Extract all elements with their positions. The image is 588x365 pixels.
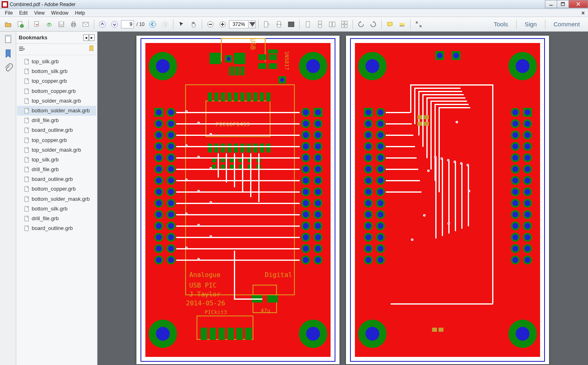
bookmark-item[interactable]: top_solder_mask.grb <box>17 96 96 106</box>
cloud-button[interactable] <box>43 19 55 30</box>
bookmark-item[interactable]: drill_file.grb <box>17 116 96 125</box>
bookmark-item[interactable]: drill_file.grb <box>17 165 96 174</box>
sticky-note-button[interactable] <box>384 19 396 30</box>
nav-forward-button[interactable] <box>159 19 171 30</box>
save-button[interactable] <box>31 19 43 30</box>
svg-rect-44 <box>25 79 28 84</box>
bookmark-item[interactable]: bottom_copper.grb <box>17 86 96 96</box>
svg-point-15 <box>99 21 106 28</box>
bookmark-item[interactable]: board_outline.grb <box>17 223 96 233</box>
minimize-button[interactable] <box>545 0 557 8</box>
bookmark-item[interactable]: bottom_silk.grb <box>17 204 96 214</box>
page-thumbnails-icon[interactable] <box>3 34 13 44</box>
bookmark-item[interactable]: bottom_solder_mask.grb <box>17 194 96 204</box>
bookmark-label: bottom_copper.grb <box>32 88 76 95</box>
scrolling-button[interactable] <box>314 19 326 30</box>
pdf-page-10 <box>346 36 549 364</box>
bookmarks-list[interactable]: top_silk.grbbottom_silk.grbtop_copper.gr… <box>16 55 97 365</box>
two-page-scrolling-button[interactable] <box>339 19 350 30</box>
menu-window[interactable]: Window <box>48 9 72 17</box>
create-pdf-button[interactable] <box>15 19 26 30</box>
page-number-input[interactable] <box>121 20 134 28</box>
full-screen-button[interactable] <box>285 19 297 30</box>
select-tool-button[interactable] <box>176 19 187 30</box>
sign-button[interactable]: Sign <box>519 19 543 29</box>
svg-rect-13 <box>72 25 75 27</box>
bookmarks-header: Bookmarks ◄ ► <box>16 32 97 44</box>
bookmarks-toolbar <box>16 44 97 55</box>
rotate-cw-button[interactable] <box>368 19 379 30</box>
bookmark-item[interactable]: board_outline.grb <box>17 125 96 135</box>
bookmarks-prev-button[interactable]: ◄ <box>83 34 89 41</box>
bookmark-item[interactable]: drill_file.grb <box>17 214 96 223</box>
svg-rect-40 <box>19 48 23 49</box>
fit-width-button[interactable] <box>273 19 285 30</box>
nav-back-button[interactable] <box>147 19 158 30</box>
bookmark-label: bottom_solder_mask.grb <box>32 195 90 203</box>
svg-rect-54 <box>25 177 28 182</box>
svg-rect-38 <box>5 35 11 37</box>
svg-point-17 <box>149 21 156 28</box>
document-viewport[interactable]: USB 1N5817 PIC16F1459 <box>97 32 588 365</box>
bookmarks-next-button[interactable]: ► <box>89 34 95 41</box>
next-page-button[interactable] <box>109 19 120 30</box>
attachments-icon[interactable] <box>3 63 13 73</box>
zoom-out-button[interactable] <box>205 19 216 30</box>
svg-rect-59 <box>25 226 28 231</box>
silk-digital: Digital <box>265 271 292 279</box>
bookmark-item[interactable]: top_solder_mask.grb <box>17 145 96 155</box>
close-button[interactable] <box>569 0 588 8</box>
bookmark-item[interactable]: bottom_silk.grb <box>17 67 96 76</box>
email-button[interactable] <box>80 19 91 30</box>
svg-rect-33 <box>345 21 347 24</box>
silk-author: J Taylor <box>189 290 220 298</box>
bookmark-item[interactable]: bottom_solder_mask.grb <box>17 106 96 116</box>
bookmark-item[interactable]: bottom_copper.grb <box>17 184 96 194</box>
highlight-button[interactable] <box>396 19 408 30</box>
comment-button[interactable]: Comment <box>548 19 586 29</box>
zoom-in-button[interactable] <box>217 19 228 30</box>
print-button[interactable] <box>68 19 79 30</box>
svg-rect-34 <box>342 25 344 28</box>
svg-rect-41 <box>19 50 23 51</box>
svg-point-18 <box>162 21 168 28</box>
bookmark-label: top_solder_mask.grb <box>32 97 81 105</box>
page-total-label: / 10 <box>135 21 146 27</box>
bookmark-item[interactable]: top_silk.grb <box>17 155 96 165</box>
svg-rect-28 <box>318 21 322 24</box>
bookmark-item[interactable]: top_copper.grb <box>17 135 96 145</box>
zoom-input[interactable] <box>229 20 249 28</box>
bookmark-label: drill_file.grb <box>32 166 58 173</box>
bookmarks-icon[interactable] <box>3 49 13 58</box>
two-page-button[interactable] <box>326 19 338 30</box>
new-bookmark-button[interactable] <box>88 45 95 53</box>
menu-help[interactable]: Help <box>72 9 89 17</box>
single-page-button[interactable] <box>302 19 313 30</box>
bookmark-item[interactable]: top_silk.grb <box>17 57 96 67</box>
bookmark-item[interactable]: board_outline.grb <box>17 174 96 184</box>
tools-button[interactable]: Tools <box>488 19 514 29</box>
menu-file[interactable]: File <box>2 9 16 17</box>
fit-page-button[interactable] <box>261 19 272 30</box>
menu-view[interactable]: View <box>31 9 48 17</box>
bookmark-label: board_outline.grb <box>32 176 73 183</box>
menu-edit[interactable]: Edit <box>16 9 31 17</box>
svg-rect-42 <box>25 59 28 64</box>
maximize-button[interactable] <box>557 0 569 8</box>
prev-page-button[interactable] <box>97 19 108 30</box>
zoom-dropdown-button[interactable] <box>249 20 256 28</box>
save-as-button[interactable] <box>56 19 67 30</box>
doc-close-button[interactable]: × <box>582 10 585 16</box>
bookmarks-options-button[interactable] <box>19 45 25 53</box>
open-button[interactable] <box>2 19 14 30</box>
bookmark-label: top_silk.grb <box>32 58 58 65</box>
bookmark-item[interactable]: top_copper.grb <box>17 76 96 86</box>
bookmark-label: bottom_silk.grb <box>32 205 67 213</box>
svg-rect-56 <box>25 197 28 202</box>
hand-tool-button[interactable] <box>188 19 199 30</box>
rotate-ccw-button[interactable] <box>355 19 367 30</box>
svg-rect-29 <box>318 25 322 28</box>
svg-rect-2 <box>561 2 564 3</box>
read-mode-button[interactable] <box>413 19 424 30</box>
bookmark-label: top_silk.grb <box>32 156 58 163</box>
